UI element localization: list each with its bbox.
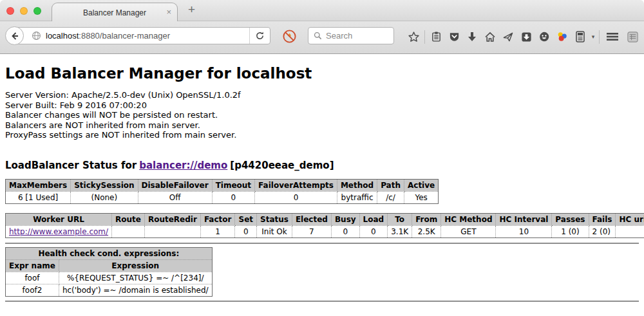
window-controls (6, 7, 41, 15)
plugin-blocked-icon[interactable] (282, 29, 297, 44)
cell-hc-uri (616, 225, 644, 237)
table-header-row: MaxMembers StickySession DisableFailover… (6, 179, 439, 191)
menu-hamburger-icon[interactable] (601, 32, 623, 42)
divider (5, 243, 639, 244)
cell-disablefailover: Off (138, 191, 212, 203)
reload-icon (255, 31, 265, 41)
cell-hc-method: GET (441, 225, 496, 237)
table-row: http://www.example.com/ 1 0 Init Ok 7 0 … (6, 225, 644, 237)
cell-fails: 2 (0) (589, 225, 616, 237)
pocket-icon[interactable] (445, 32, 463, 42)
table-row: 6 [1 Used] (None) Off 0 0 bytraffic /c/ … (6, 191, 439, 203)
browser-window: Balancer Manager × + localhost:8880/bala… (0, 0, 644, 316)
col-routeredir: RouteRedir (144, 213, 200, 225)
toolbar-separator (599, 30, 600, 44)
heading-prefix: LoadBalancer Status for (5, 160, 137, 171)
cell-worker-url: http://www.example.com/ (6, 225, 112, 237)
chat-smiley-icon[interactable] (535, 31, 553, 42)
cell-stickysession: (None) (71, 191, 138, 203)
url-host: localhost (46, 31, 79, 41)
tab-bar: Balancer Manager × + (0, 0, 644, 21)
notes-grid-icon[interactable] (623, 31, 641, 43)
site-identity-globe-icon[interactable] (32, 31, 41, 41)
container-icon[interactable] (571, 31, 589, 42)
new-tab-button[interactable]: + (188, 3, 195, 17)
col-from: From (412, 213, 441, 225)
downloads-icon[interactable] (463, 32, 481, 42)
cell-active: Yes (404, 191, 438, 203)
send-page-icon[interactable] (499, 32, 517, 42)
divider (5, 301, 639, 302)
url-path: :8880/balancer-manager (79, 31, 170, 41)
container-dropdown-icon[interactable]: ▾ (589, 33, 597, 40)
bookmarks-menu-icon[interactable] (427, 31, 445, 42)
col-disablefailover: DisableFailover (138, 179, 212, 191)
cell-load: 0 (359, 225, 388, 237)
col-method: Method (337, 179, 377, 191)
balancer-status-heading: LoadBalancer Status forbalancer://demo[p… (5, 160, 639, 171)
back-button[interactable] (5, 26, 24, 45)
cell-expr-name: foof2 (6, 284, 59, 296)
toolbar-separator (424, 30, 425, 44)
home-icon[interactable] (481, 32, 499, 42)
persist-note-line: Balancer changes will NOT be persisted o… (5, 110, 639, 120)
bookmark-star-icon[interactable] (404, 31, 422, 43)
url-bar[interactable]: localhost:8880/balancer-manager (14, 27, 270, 44)
cell-path: /c/ (377, 191, 404, 203)
table-header-row: Worker URL Route RouteRedir Factor Set S… (6, 213, 644, 225)
navigation-toolbar: localhost:8880/balancer-manager Search (0, 21, 644, 54)
cell-failoverattempts: 0 (255, 191, 337, 203)
col-hc-uri: HC uri (616, 213, 644, 225)
search-icon (314, 32, 322, 40)
table-header-row: Expr name Expression (6, 259, 213, 272)
col-load: Load (359, 213, 388, 225)
col-expr-name: Expr name (6, 259, 59, 272)
cell-expression: hc('body') =~ /domain is established/ (59, 284, 212, 296)
search-placeholder: Search (326, 31, 352, 41)
server-built-line: Server Built: Feb 9 2016 07:00:20 (5, 100, 639, 111)
col-busy: Busy (331, 213, 359, 225)
cell-passes: 1 (0) (552, 225, 589, 237)
cell-set: 0 (235, 225, 257, 237)
search-bar[interactable]: Search (308, 27, 394, 44)
cell-maxmembers: 6 [1 Used] (6, 191, 71, 203)
balancer-demo-link[interactable]: balancer://demo (139, 160, 227, 171)
page-content: Load Balancer Manager for localhost Serv… (0, 65, 644, 302)
col-status: Status (257, 213, 292, 225)
reload-button[interactable] (249, 28, 270, 44)
cell-to: 3.1K (388, 225, 412, 237)
worker-url-link[interactable]: http://www.example.com/ (9, 227, 108, 236)
col-failoverattempts: FailoverAttempts (255, 179, 337, 191)
table-header-row: Health check cond. expressions: (6, 247, 213, 259)
col-elected: Elected (292, 213, 331, 225)
server-info: Server Version: Apache/2.5.0-dev (Unix) … (5, 90, 639, 140)
col-timeout: Timeout (212, 179, 254, 191)
close-window-button[interactable] (6, 7, 14, 15)
proxypass-note-line: ProxyPass settings are NOT inherited fro… (5, 130, 639, 140)
col-hc-interval: HC Interval (496, 213, 552, 225)
tab-close-icon[interactable]: × (166, 8, 171, 17)
health-check-table: Health check cond. expressions: Expr nam… (5, 247, 213, 297)
col-fails: Fails (589, 213, 616, 225)
minimize-window-button[interactable] (20, 7, 28, 15)
col-expression: Expression (59, 259, 212, 272)
cell-timeout: 0 (212, 191, 254, 203)
table-row: foof2 hc('body') =~ /domain is establish… (6, 284, 213, 296)
heading-suffix: [p4420eeae_demo] (230, 160, 334, 171)
col-active: Active (404, 179, 438, 191)
col-route: Route (112, 213, 145, 225)
cell-route (112, 225, 145, 237)
video-download-helper-icon[interactable] (517, 32, 535, 42)
toolbar-icons: ▾ (404, 25, 641, 48)
tab-balancer-manager[interactable]: Balancer Manager × (52, 3, 178, 22)
cell-expr-name: foof (6, 272, 59, 284)
cell-from: 2.5K (412, 225, 441, 237)
cell-method: bytraffic (337, 191, 377, 203)
url-text[interactable]: localhost:8880/balancer-manager (46, 31, 249, 41)
zoom-window-button[interactable] (33, 7, 41, 15)
cell-busy: 0 (331, 225, 359, 237)
col-stickysession: StickySession (71, 179, 138, 191)
cell-hc-interval: 10 (496, 225, 552, 237)
extension-dots-icon[interactable] (553, 31, 571, 42)
col-to: To (388, 213, 412, 225)
